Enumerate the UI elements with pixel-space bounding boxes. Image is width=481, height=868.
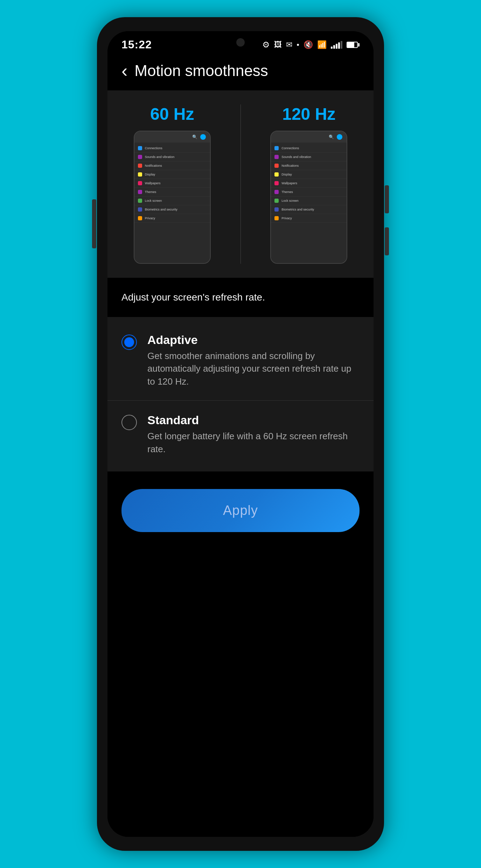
mini-item-label: Display (145, 173, 155, 176)
mini-icon (274, 146, 279, 150)
status-time: 15:22 (121, 38, 152, 51)
mini-item-label: Privacy (281, 216, 292, 220)
options-section: Adaptive Get smoother animations and scr… (107, 317, 374, 471)
signal-icon (331, 41, 342, 49)
mini-item-label: Biometrics and security (281, 208, 314, 211)
mail-icon: ✉ (286, 40, 292, 49)
main-content: 60 Hz 🔍 Connections (107, 87, 374, 837)
mini-item-label: Themes (145, 190, 156, 194)
mini-icon (274, 164, 279, 168)
hz-120-label: 120 Hz (282, 104, 335, 124)
list-item: Connections (271, 144, 347, 153)
page-header: ‹ Motion smoothness (107, 55, 374, 87)
mini-icon (274, 207, 279, 212)
mini-item-label: Themes (281, 190, 293, 194)
mini-settings-120: Connections Sounds and vibration Notific… (271, 143, 347, 263)
mini-icon (138, 199, 142, 203)
phone-screen: 15:22 ⚙ 🖼 ✉ • 🔇 📶 (107, 31, 374, 837)
hz-comparison: 60 Hz 🔍 Connections (118, 104, 363, 264)
mini-icon (274, 172, 279, 177)
bottom-space (107, 546, 374, 837)
list-item: Biometrics and security (134, 205, 210, 214)
list-item: Display (271, 170, 347, 179)
page-title: Motion smoothness (134, 62, 268, 80)
mini-phone-60hz: 🔍 Connections Sounds and vi (134, 131, 211, 264)
mini-icon (274, 190, 279, 194)
mini-item-label: Display (281, 173, 292, 176)
option-standard[interactable]: Standard Get longer battery life with a … (107, 401, 374, 468)
phone-frame: 15:22 ⚙ 🖼 ✉ • 🔇 📶 (97, 17, 384, 851)
mini-phone-header-60: 🔍 (134, 131, 210, 143)
wifi-icon: 📶 (317, 40, 327, 49)
mini-item-label: Notifications (281, 164, 299, 167)
mini-icon (138, 164, 142, 168)
list-item: Lock screen (271, 197, 347, 205)
apply-section: Apply (107, 475, 374, 546)
mini-icon (138, 207, 142, 212)
mini-icon (274, 199, 279, 203)
list-item: Connections (134, 144, 210, 153)
mini-item-label: Sounds and vibration (145, 155, 175, 159)
mini-settings-60: Connections Sounds and vibration Notific… (134, 143, 210, 263)
gear-icon: ⚙ (262, 40, 270, 50)
album-icon: 🖼 (274, 40, 282, 49)
bixby-button[interactable] (385, 227, 389, 255)
list-item: Notifications (271, 161, 347, 170)
mini-avatar-120 (337, 134, 342, 140)
apply-button[interactable]: Apply (121, 489, 360, 532)
list-item: Sounds and vibration (271, 153, 347, 161)
list-item: Wallpapers (271, 179, 347, 188)
mini-item-label: Connections (281, 146, 299, 150)
mute-icon: 🔇 (304, 40, 313, 49)
mini-icon (138, 216, 142, 220)
volume-button[interactable] (92, 199, 96, 248)
list-item: Notifications (134, 161, 210, 170)
refresh-description-text: Adjust your screen's refresh rate. (121, 292, 265, 303)
mini-item-label: Wallpapers (145, 181, 161, 185)
camera-notch (236, 38, 245, 47)
mini-icon (138, 172, 142, 177)
mini-item-label: Wallpapers (281, 181, 297, 185)
mini-item-label: Sounds and vibration (281, 155, 311, 159)
refresh-description: Adjust your screen's refresh rate. (107, 281, 374, 314)
mini-icon (274, 181, 279, 185)
option-standard-text: Standard Get longer battery life with a … (147, 413, 360, 455)
radio-standard[interactable] (121, 415, 137, 430)
hz-60-label: 60 Hz (150, 104, 194, 124)
battery-icon (347, 42, 360, 48)
option-adaptive-desc: Get smoother animations and scrolling by… (147, 350, 360, 388)
list-item: Sounds and vibration (134, 153, 210, 161)
option-adaptive-title: Adaptive (147, 333, 360, 347)
option-adaptive-text: Adaptive Get smoother animations and scr… (147, 333, 360, 388)
radio-adaptive[interactable] (121, 335, 137, 350)
list-item: Themes (271, 188, 347, 197)
status-icons: ⚙ 🖼 ✉ • 🔇 📶 (262, 40, 360, 50)
comparison-divider (240, 104, 241, 264)
mini-icon (138, 181, 142, 185)
mini-item-label: Notifications (145, 164, 162, 167)
mini-item-label: Lock screen (281, 199, 299, 202)
option-standard-desc: Get longer battery life with a 60 Hz scr… (147, 430, 360, 455)
option-standard-title: Standard (147, 413, 360, 427)
list-item: Privacy (271, 214, 347, 223)
mini-icon (138, 155, 142, 159)
list-item: Privacy (134, 214, 210, 223)
mini-item-label: Connections (145, 146, 162, 150)
mini-phone-header-120: 🔍 (271, 131, 347, 143)
radio-adaptive-fill (124, 337, 134, 347)
dot-icon: • (297, 40, 299, 49)
list-item: Lock screen (134, 197, 210, 205)
mini-icon (274, 216, 279, 220)
list-item: Themes (134, 188, 210, 197)
mini-item-label: Lock screen (145, 199, 162, 202)
option-adaptive[interactable]: Adaptive Get smoother animations and scr… (107, 321, 374, 401)
mini-icon (138, 190, 142, 194)
mini-item-label: Biometrics and security (145, 208, 177, 211)
hz-120-option: 120 Hz 🔍 Connections (255, 104, 363, 264)
power-button[interactable] (385, 185, 389, 213)
mini-item-label: Privacy (145, 216, 155, 220)
list-item: Display (134, 170, 210, 179)
mini-icon (274, 155, 279, 159)
mini-icon (138, 146, 142, 150)
back-button[interactable]: ‹ (121, 62, 127, 80)
